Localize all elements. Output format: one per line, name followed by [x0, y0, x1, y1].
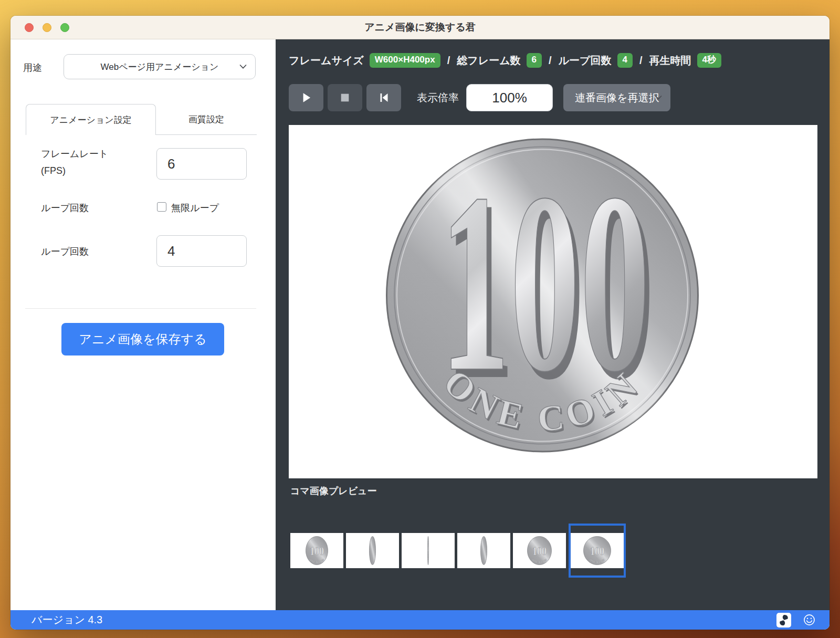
coin-illustration: 100 100 ONE COIN ONE COIN — [289, 125, 817, 478]
traffic-lights — [25, 16, 69, 39]
animation-info-row: フレームサイズ W600×H400px / 総フレーム数 6 / ループ回数 4… — [289, 52, 721, 69]
app-logo-icon[interactable] — [776, 613, 791, 627]
infinite-loop-row-label: ループ回数 — [41, 202, 89, 214]
chevron-down-icon — [655, 96, 662, 100]
thumbnail-strip: 100 ONE COIN 100 — [290, 524, 626, 578]
svg-text:100: 100 — [310, 544, 324, 558]
zoom-window-icon[interactable] — [60, 23, 69, 32]
frame-size-label: フレームサイズ — [289, 54, 364, 68]
tab-animation-settings[interactable]: アニメーション設定 — [26, 104, 156, 135]
loop-count-input[interactable] — [156, 235, 247, 267]
total-frames-badge: 6 — [527, 53, 542, 67]
separator: / — [446, 55, 452, 67]
thumbnail-coin-face-6[interactable]: 100 ONE COIN — [569, 524, 626, 578]
skip-to-start-icon — [377, 91, 390, 104]
statusbar: バージョン 4.3 — [10, 610, 830, 630]
frame-thumbnails-label: コマ画像プレビュー — [290, 485, 377, 497]
minimize-icon[interactable] — [43, 23, 51, 32]
separator: / — [548, 55, 553, 67]
purpose-label: 用途 — [23, 61, 42, 74]
frame-rate-input[interactable] — [156, 148, 247, 180]
zoom-scale-value: 100% — [492, 90, 527, 106]
play-time-label: 再生時間 — [649, 54, 691, 68]
smiley-icon[interactable] — [803, 613, 816, 626]
separator: / — [638, 55, 644, 67]
loop-count-label: ループ回数 — [41, 245, 89, 258]
frame-rate-label: フレームレート (FPS) — [41, 145, 108, 179]
frame-size-badge: W600×H400px — [370, 53, 440, 67]
infinite-loop-label: 無限ループ — [171, 202, 219, 214]
playback-controls: 表示倍率 100% 連番画像を再選択 — [289, 84, 670, 111]
settings-tabs: アニメーション設定 画質設定 — [26, 104, 257, 135]
sidebar-divider — [25, 308, 256, 309]
play-button[interactable] — [289, 84, 323, 111]
play-icon — [299, 91, 313, 104]
play-time-badge: 4秒 — [697, 53, 721, 67]
svg-text:100: 100 — [590, 544, 604, 558]
tab-quality-settings[interactable]: 画質設定 — [156, 104, 257, 135]
purpose-select[interactable]: Webページ用アニメーション — [64, 54, 256, 79]
save-animation-button[interactable]: アニメ画像を保存する — [61, 323, 224, 355]
loop-count-info-label: ループ回数 — [559, 54, 612, 68]
window-titlebar[interactable]: アニメ画像に変換する君 — [10, 16, 830, 39]
svg-text:100: 100 — [532, 544, 547, 558]
thumbnail-coin-face-1[interactable]: 100 ONE COIN — [290, 533, 343, 568]
thumbnail-coin-line-3[interactable] — [402, 533, 455, 568]
close-icon[interactable] — [25, 23, 34, 32]
version-label: バージョン 4.3 — [32, 613, 102, 627]
purpose-select-value: Webページ用アニメーション — [101, 61, 219, 73]
thumbnail-coin-face-5[interactable]: 100 ONE COIN — [513, 533, 566, 568]
settings-sidebar: 用途 Webページ用アニメーション アニメーション設定 画質設定 フレームレート… — [10, 39, 276, 610]
app-window: アニメ画像に変換する君 用途 Webページ用アニメーション アニメーション設定 … — [10, 16, 830, 630]
preview-panel: フレームサイズ W600×H400px / 総フレーム数 6 / ループ回数 4… — [276, 39, 830, 610]
frame-preview-canvas: 100 100 ONE COIN ONE COIN — [289, 125, 817, 478]
total-frames-label: 総フレーム数 — [457, 54, 520, 68]
zoom-scale-select[interactable]: 100% — [466, 84, 553, 111]
infinite-loop-checkbox[interactable] — [157, 202, 166, 212]
thumbnail-coin-edge-4[interactable] — [457, 533, 510, 568]
window-title: アニメ画像に変換する君 — [10, 20, 830, 34]
stop-button[interactable] — [328, 84, 362, 111]
thumbnail-coin-edge-2[interactable] — [346, 533, 399, 568]
skip-to-start-button[interactable] — [366, 84, 401, 111]
zoom-scale-label: 表示倍率 — [417, 91, 459, 105]
stop-icon — [339, 92, 351, 103]
loop-count-badge: 4 — [617, 53, 633, 67]
chevron-down-icon — [239, 65, 247, 69]
